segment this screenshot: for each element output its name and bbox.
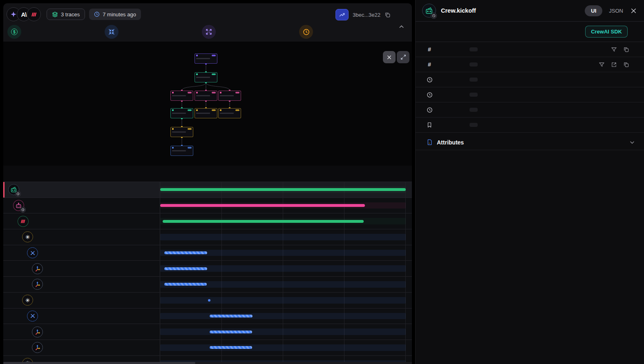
graph-node-search-agent[interactable] [170, 108, 193, 118]
field-value[interactable] [470, 62, 478, 67]
graph-node-crew-kickoff[interactable] [195, 72, 217, 82]
node-subtext [196, 58, 210, 59]
node-badge [235, 92, 239, 93]
node-icon [172, 109, 174, 111]
tools-icon-wrap [27, 311, 38, 322]
clock-badge-icon [20, 207, 26, 213]
span-bar[interactable] [160, 204, 365, 207]
traces-badge-label: 3 traces [61, 11, 80, 18]
span-bar[interactable] [210, 331, 252, 333]
openai-icon-wrap: ✳ [22, 295, 33, 306]
node-subtext [220, 113, 234, 114]
attributes-section-toggle[interactable]: Attributes [416, 135, 644, 150]
chevron-up-icon[interactable] [398, 24, 405, 31]
metric-cost: $ [7, 22, 105, 42]
trace-id-short: 3bec...3e22 [353, 12, 380, 18]
close-icon[interactable] [631, 8, 637, 14]
span-bar[interactable] [164, 267, 207, 270]
span-row[interactable] [3, 182, 412, 198]
tab-json[interactable]: JSON [609, 8, 623, 14]
graph-expand-button[interactable] [397, 51, 409, 63]
span-row[interactable] [3, 260, 412, 276]
node-subtext [172, 95, 186, 96]
span-bar[interactable] [210, 346, 252, 349]
graph-node-gpt-41[interactable] [170, 127, 193, 137]
node-icon [196, 55, 198, 56]
graph-node-report-writer[interactable] [218, 91, 241, 101]
metric-input [105, 22, 202, 42]
traces-badge[interactable]: 3 traces [47, 9, 85, 20]
filter-action[interactable] [611, 47, 617, 53]
span-row[interactable] [3, 340, 412, 355]
span-detail-panel: Crew.kickoff UI JSON CrewAI SDK # # [415, 0, 644, 364]
panel-title: Crew.kickoff [441, 7, 585, 14]
node-icon [220, 92, 221, 93]
span-row[interactable] [3, 198, 412, 213]
chevron-down-icon [629, 140, 635, 145]
node-badge [188, 147, 192, 149]
filter-action[interactable] [599, 62, 605, 68]
graph-node-run[interactable] [195, 53, 217, 64]
span-row[interactable] [3, 213, 412, 229]
node-subtext [172, 113, 186, 114]
horizontal-scrollbar[interactable] [3, 362, 412, 364]
span-bar[interactable] [164, 251, 207, 254]
span-row[interactable]: ✳ [3, 229, 412, 245]
graph-node-tavily-search[interactable] [170, 146, 193, 156]
dollar-icon: $ [11, 29, 18, 35]
span-row[interactable] [3, 308, 412, 324]
chart-button[interactable] [335, 9, 349, 20]
field-value[interactable] [470, 47, 478, 51]
tab-ui[interactable]: UI [585, 5, 602, 16]
clock-icon [94, 11, 100, 17]
span-track [160, 297, 406, 304]
graph-node-combine-task[interactable] [195, 108, 217, 118]
node-icon [220, 109, 221, 111]
graph-node-data-analyst[interactable] [195, 91, 217, 101]
span-bar[interactable] [163, 220, 364, 223]
field-value[interactable] [470, 78, 478, 82]
span-bar[interactable] [210, 315, 253, 317]
graph-close-button[interactable] [383, 51, 396, 63]
hash-icon: # [428, 61, 431, 68]
graph-node-domain-researcher[interactable] [170, 91, 193, 101]
span-row[interactable] [3, 324, 412, 340]
sdk-badge: CrewAI SDK [585, 26, 628, 38]
span-timeline-cell [160, 309, 406, 324]
span-row[interactable] [3, 245, 412, 261]
span-timeline-cell [160, 198, 406, 213]
field-value[interactable] [470, 123, 478, 127]
graph-node-generate-task[interactable] [218, 108, 241, 118]
clock-icon [427, 77, 433, 83]
copy-icon[interactable] [385, 12, 391, 18]
span-waterfall: ✳ [3, 182, 412, 364]
field-threadid: # [416, 57, 644, 72]
field-value[interactable] [470, 93, 478, 97]
node-badge [212, 109, 216, 111]
external-action[interactable] [611, 62, 617, 68]
span-row[interactable] [3, 276, 412, 292]
node-icon [196, 92, 198, 93]
metric-output [202, 22, 299, 42]
time-badge-label: 7 minutes ago [103, 11, 136, 18]
span-row[interactable]: ✳ [3, 292, 412, 308]
node-badge [188, 92, 192, 93]
clock-icon [427, 107, 433, 113]
field-value[interactable] [470, 108, 478, 112]
node-badge [212, 73, 216, 75]
span-track [160, 234, 406, 240]
copy-action[interactable] [623, 47, 629, 53]
span-bar[interactable] [164, 283, 207, 286]
node-icon [172, 92, 174, 93]
node-badge [188, 128, 192, 130]
clock-icon [303, 29, 310, 36]
logo-row: A\ 3 traces 7 minutes ago [7, 7, 141, 22]
copy-action[interactable] [623, 62, 629, 68]
external-link-icon [611, 62, 617, 68]
agent-graph [3, 42, 412, 166]
span-dot[interactable] [208, 299, 210, 302]
span-bar[interactable] [160, 188, 406, 191]
trace-view: A\ 3 traces 7 minutes ago 3bec...3e [3, 3, 412, 364]
copy-icon [623, 47, 629, 53]
timeline-axis [3, 166, 412, 182]
